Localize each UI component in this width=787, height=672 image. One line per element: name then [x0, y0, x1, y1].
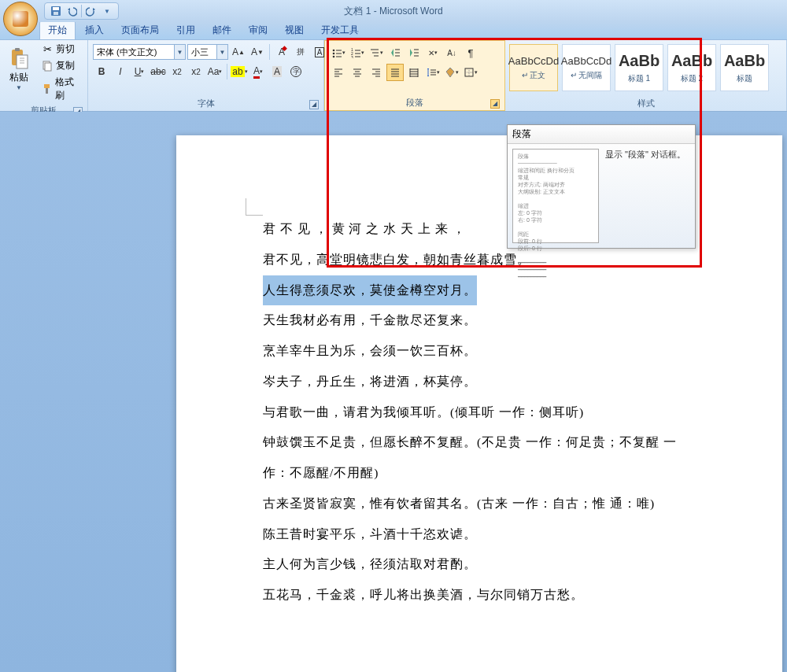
italic-button[interactable]: I — [112, 63, 129, 80]
align-left-button[interactable] — [330, 64, 347, 81]
style-item-3[interactable]: AaBb标题 2 — [667, 44, 716, 91]
font-name-value: 宋体 (中文正文) — [97, 46, 157, 58]
line-spacing-button[interactable]: ▾ — [424, 64, 442, 81]
doc-line-4[interactable]: 烹羊宰牛且为乐，会须一饮三百杯。 — [263, 336, 696, 367]
subscript-button[interactable]: x2 — [168, 63, 186, 80]
doc-line-5[interactable]: 岑夫子，丹丘生，将进酒，杯莫停。 — [263, 367, 696, 397]
style-item-0[interactable]: AaBbCcDd↵ 正文 — [509, 44, 558, 91]
clear-format-button[interactable]: A◆ — [273, 43, 290, 61]
align-right-button[interactable] — [368, 64, 385, 81]
tab-7[interactable]: 开发工具 — [313, 21, 367, 39]
save-icon[interactable] — [50, 5, 62, 17]
tooltip-title: 段落 — [508, 125, 695, 144]
svg-point-11 — [333, 53, 335, 55]
tooltip-text: 显示 "段落" 对话框。 — [605, 149, 690, 243]
align-distribute-button[interactable] — [405, 64, 423, 81]
undo-icon[interactable] — [65, 5, 78, 17]
font-group-label: 字体 ◢ — [91, 96, 320, 111]
cut-button[interactable]: ✂ 剪切 — [39, 42, 84, 57]
style-preview: AaBbCcDd — [508, 55, 559, 67]
sort-button[interactable]: A↓ — [443, 44, 460, 61]
redo-icon[interactable] — [85, 5, 98, 17]
style-preview: AaBb — [619, 52, 660, 70]
qat-dropdown-icon[interactable]: ▼ — [101, 5, 113, 17]
window-title: 文档 1 - Microsoft Word — [344, 5, 442, 18]
style-name: 标题 1 — [628, 73, 650, 84]
format-painter-label: 格式刷 — [55, 76, 82, 102]
tab-0[interactable]: 开始 — [39, 20, 76, 39]
chevron-down-icon: ▼ — [216, 45, 227, 59]
align-justify-button[interactable] — [386, 64, 404, 81]
group-styles: AaBbCcDd↵ 正文AaBbCcDd↵ 无间隔AaBb标题 1AaBb标题 … — [505, 40, 787, 111]
format-painter-button[interactable]: 格式刷 — [39, 75, 84, 103]
styles-group-label: 样式 — [508, 96, 783, 111]
paste-button[interactable]: 粘贴 ▼ — [3, 42, 35, 97]
doc-line-2[interactable]: 人生得意须尽欢，莫使金樽空对月。 — [263, 275, 477, 306]
superscript-button[interactable]: x2 — [187, 63, 205, 80]
multilevel-button[interactable]: ▾ — [368, 44, 385, 61]
doc-line-7[interactable]: 钟鼓馔玉不足贵，但愿长醉不复醒。(不足贵 一作：何足贵；不复醒 一作：不愿醒/不… — [263, 427, 696, 489]
tab-4[interactable]: 邮件 — [205, 21, 239, 39]
style-preview: AaBb — [671, 52, 712, 70]
style-name: ↵ 无间隔 — [571, 70, 603, 81]
style-item-1[interactable]: AaBbCcDd↵ 无间隔 — [562, 44, 611, 91]
enclose-char-button[interactable]: 字 — [287, 63, 305, 80]
bullets-button[interactable]: ▾ — [330, 44, 347, 61]
group-paragraph: ▾ 123▾ ▾ ✕▾ A↓ ¶ ▾ ▾ ▾ — [324, 40, 505, 111]
phonetic-button[interactable]: 拼 — [292, 43, 309, 61]
office-button[interactable] — [3, 2, 38, 36]
font-color-button[interactable]: A▾ — [249, 63, 267, 80]
paragraph-launcher[interactable]: ◢ — [490, 99, 500, 109]
doc-line-9[interactable]: 陈王昔时宴平乐，斗酒十千恣欢谑。 — [263, 519, 696, 550]
qat-separator — [81, 5, 82, 17]
tab-1[interactable]: 插入 — [77, 21, 112, 39]
doc-line-1[interactable]: 君不见，高堂明镜悲白发，朝如青丝暮成雪。 — [263, 245, 696, 275]
strike-button[interactable]: abc — [150, 63, 167, 80]
borders-button[interactable]: ▾ — [462, 64, 479, 81]
align-center-button[interactable] — [349, 64, 366, 81]
svg-rect-7 — [45, 63, 51, 71]
svg-point-12 — [333, 56, 335, 58]
shrink-font-button[interactable]: A▼ — [249, 43, 266, 61]
doc-line-6[interactable]: 与君歌一曲，请君为我倾耳听。(倾耳听 一作：侧耳听) — [263, 397, 696, 428]
numbering-button[interactable]: 123▾ — [349, 44, 366, 61]
tooltip-preview-image: 段落──────────缩进和间距 换行和分页常规对齐方式: 两端对齐大纲级别:… — [512, 149, 599, 243]
shading-button[interactable]: ▾ — [443, 64, 460, 81]
paste-label: 粘贴 — [9, 71, 28, 84]
style-item-4[interactable]: AaBb标题 — [720, 44, 769, 91]
doc-line-3[interactable]: 天生我材必有用，千金散尽还复来。 — [263, 305, 696, 336]
group-font: 宋体 (中文正文) ▼ 小三 ▼ A▲ A▼ A◆ 拼 A B — [88, 40, 324, 111]
svg-rect-1 — [53, 7, 59, 10]
copy-button[interactable]: 复制 — [39, 58, 84, 73]
svg-rect-2 — [54, 12, 58, 15]
cut-label: 剪切 — [56, 42, 75, 56]
svg-rect-5 — [17, 55, 28, 68]
tab-6[interactable]: 视图 — [277, 21, 312, 39]
tab-2[interactable]: 页面布局 — [113, 21, 167, 39]
style-preview: AaBb — [724, 52, 765, 70]
paste-icon — [8, 47, 30, 69]
doc-line-8[interactable]: 古来圣贤皆寂寞，惟有饮者留其名。(古来 一作：自古；惟 通：唯) — [263, 489, 696, 519]
font-launcher[interactable]: ◢ — [309, 100, 319, 109]
doc-line-11[interactable]: 五花马，千金裘，呼儿将出换美酒，与尔同销万古愁。 — [263, 580, 696, 611]
chevron-down-icon: ▼ — [16, 84, 22, 91]
increase-indent-button[interactable] — [405, 44, 423, 61]
asian-layout-button[interactable]: ✕▾ — [424, 44, 442, 61]
show-marks-button[interactable]: ¶ — [462, 44, 479, 61]
decrease-indent-button[interactable] — [386, 44, 404, 61]
tab-5[interactable]: 审阅 — [241, 21, 275, 39]
font-name-combo[interactable]: 宋体 (中文正文) ▼ — [93, 44, 186, 60]
brush-icon — [41, 83, 53, 95]
paragraph-group-label: 段落 ◢ — [328, 95, 501, 110]
tab-3[interactable]: 引用 — [168, 21, 203, 39]
doc-line-10[interactable]: 主人何为言少钱，径须沽取对君酌。 — [263, 549, 696, 580]
underline-button[interactable]: U▾ — [131, 63, 148, 80]
bold-button[interactable]: B — [93, 63, 110, 80]
highlight-button[interactable]: ab▾ — [231, 63, 248, 80]
grow-font-button[interactable]: A▲ — [230, 43, 247, 61]
font-size-combo[interactable]: 小三 ▼ — [187, 44, 228, 60]
svg-rect-4 — [15, 48, 20, 51]
style-item-2[interactable]: AaBb标题 1 — [615, 44, 663, 91]
char-shading-button[interactable]: A — [268, 63, 286, 80]
change-case-button[interactable]: Aa▾ — [206, 63, 224, 80]
